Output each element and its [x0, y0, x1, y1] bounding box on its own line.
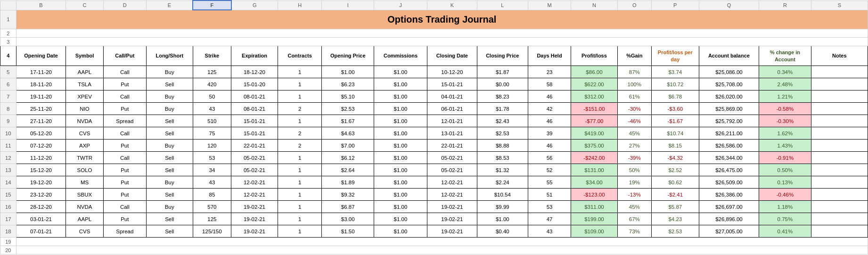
- table-header-row: 4 Opening Date Symbol Call/Put Long/Shor…: [0, 46, 868, 66]
- commissions: $1.00: [374, 127, 427, 140]
- col-q-header[interactable]: Q: [699, 0, 759, 10]
- opening-date: 07-01-21: [16, 225, 66, 238]
- commissions: $1.00: [374, 225, 427, 238]
- call-put: Put: [103, 103, 146, 115]
- pct-change-account: 0.41%: [759, 225, 811, 238]
- pct-gain: 27%: [617, 140, 651, 152]
- closing-date: 05-02-21: [427, 152, 477, 164]
- table-row: 17 03-01-21 AAPL Put Sell 125 19-02-21 1…: [0, 213, 868, 225]
- opening-price: $1.50: [322, 225, 374, 238]
- contracts: 1: [278, 164, 322, 176]
- closing-price: $0.00: [477, 78, 528, 90]
- long-short: Sell: [147, 164, 193, 176]
- strike: 34: [193, 164, 231, 176]
- table-row: 16 28-12-20 NVDA Call Buy 570 19-02-21 1…: [0, 201, 868, 213]
- closing-date: 13-01-21: [427, 127, 477, 140]
- opening-date: 19-11-20: [16, 90, 66, 103]
- account-balance: $26,386.00: [699, 189, 759, 201]
- col-b-header[interactable]: B: [16, 0, 66, 10]
- row-num: 12: [0, 152, 16, 164]
- symbol: NVDA: [66, 201, 103, 213]
- profit-loss-per-day: $0.62: [651, 176, 699, 189]
- pct-gain: -13%: [617, 189, 651, 201]
- col-m-header[interactable]: M: [528, 0, 571, 10]
- days-held: 47: [528, 213, 571, 225]
- col-k-header[interactable]: K: [427, 0, 477, 10]
- col-f-header[interactable]: F: [193, 0, 231, 10]
- col-s-header[interactable]: S: [811, 0, 868, 10]
- closing-price: $2.53: [477, 127, 528, 140]
- commissions: $1.00: [374, 66, 427, 78]
- opening-price: $2.64: [322, 164, 374, 176]
- expiration: 19-02-21: [231, 201, 278, 213]
- account-balance: $26,344.00: [699, 152, 759, 164]
- notes: [811, 78, 868, 90]
- journal-title: Options Trading Journal: [16, 10, 868, 29]
- header-contracts: Contracts: [278, 46, 322, 66]
- commissions: $1.00: [374, 201, 427, 213]
- symbol: SOLO: [66, 164, 103, 176]
- profit-loss-per-day: -$1.67: [651, 115, 699, 127]
- table-row: 12 11-12-20 TWTR Call Sell 53 05-02-21 1…: [0, 152, 868, 164]
- col-r-header[interactable]: R: [759, 0, 811, 10]
- pct-gain: 45%: [617, 201, 651, 213]
- commissions: $1.00: [374, 152, 427, 164]
- strike: 85: [193, 189, 231, 201]
- profit-loss-per-day: $6.78: [651, 90, 699, 103]
- account-balance: $26,475.00: [699, 164, 759, 176]
- profit-loss: $86.00: [571, 66, 618, 78]
- col-h-header[interactable]: H: [278, 0, 322, 10]
- table-row: 13 15-12-20 SOLO Put Sell 34 05-02-21 1 …: [0, 164, 868, 176]
- account-balance: $25,869.00: [699, 103, 759, 115]
- expiration: 12-02-21: [231, 189, 278, 201]
- expiration: 18-12-20: [231, 66, 278, 78]
- row-num-3: 3: [0, 38, 16, 46]
- opening-price: $5.10: [322, 90, 374, 103]
- symbol: XPEV: [66, 90, 103, 103]
- closing-date: 19-02-21: [427, 201, 477, 213]
- table-row: 18 07-01-21 CVS Spread Sell 125/150 19-0…: [0, 225, 868, 238]
- col-g-header[interactable]: G: [231, 0, 278, 10]
- closing-price: $1.00: [477, 213, 528, 225]
- profit-loss-per-day: $10.72: [651, 78, 699, 90]
- pct-change-account: 0.13%: [759, 176, 811, 189]
- col-l-header[interactable]: L: [477, 0, 528, 10]
- pct-change-account: 1.62%: [759, 127, 811, 140]
- header-notes: Notes: [811, 46, 868, 66]
- col-j-header[interactable]: J: [374, 0, 427, 10]
- opening-price: $6.87: [322, 201, 374, 213]
- long-short: Buy: [147, 176, 193, 189]
- table-row: 9 27-11-20 NVDA Spread Sell 510 15-01-21…: [0, 115, 868, 127]
- header-expiration: Expiration: [231, 46, 278, 66]
- closing-date: 22-01-21: [427, 140, 477, 152]
- col-header-row: B C D E F G H I J K L M N O P Q R S: [0, 0, 868, 10]
- pct-gain: 45%: [617, 127, 651, 140]
- strike: 420: [193, 78, 231, 90]
- col-c-header[interactable]: C: [66, 0, 103, 10]
- col-i-header[interactable]: I: [322, 0, 374, 10]
- table-row: 8 25-11-20 NIO Put Buy 43 08-01-21 2 $2.…: [0, 103, 868, 115]
- row-num: 11: [0, 140, 16, 152]
- notes: [811, 140, 868, 152]
- opening-date: 28-12-20: [16, 201, 66, 213]
- col-o-header[interactable]: O: [617, 0, 651, 10]
- symbol: AAPL: [66, 66, 103, 78]
- profit-loss: $199.00: [571, 213, 618, 225]
- notes: [811, 164, 868, 176]
- notes: [811, 189, 868, 201]
- contracts: 1: [278, 201, 322, 213]
- commissions: $1.00: [374, 115, 427, 127]
- expiration: 05-02-21: [231, 164, 278, 176]
- closing-price: $1.32: [477, 164, 528, 176]
- strike: 570: [193, 201, 231, 213]
- col-d-header[interactable]: D: [103, 0, 146, 10]
- expiration: 15-01-21: [231, 127, 278, 140]
- long-short: Sell: [147, 225, 193, 238]
- symbol: CVS: [66, 225, 103, 238]
- expiration: 08-01-21: [231, 103, 278, 115]
- col-p-header[interactable]: P: [651, 0, 699, 10]
- days-held: 46: [528, 140, 571, 152]
- col-e-header[interactable]: E: [147, 0, 193, 10]
- days-held: 46: [528, 90, 571, 103]
- col-n-header[interactable]: N: [571, 0, 618, 10]
